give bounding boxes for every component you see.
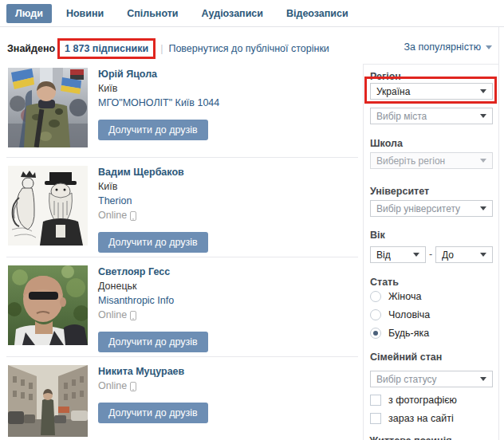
profile-photo[interactable] bbox=[8, 365, 88, 437]
mobile-phone-icon bbox=[130, 382, 136, 391]
top-navigation: Люди Новини Спільноти Аудіозаписи Відеоз… bbox=[0, 0, 504, 27]
online-status: Online bbox=[98, 210, 353, 221]
separator: | bbox=[160, 43, 163, 54]
person-city: Донецьк bbox=[98, 281, 353, 292]
marital-status-select[interactable]: Вибір статусу bbox=[370, 371, 493, 387]
search-filters-sidebar: Регіон Україна Вибір міста Школа Виберіт… bbox=[363, 64, 498, 440]
gender-option-female[interactable]: Жіноча bbox=[370, 291, 421, 302]
person-city: Київ bbox=[98, 84, 353, 94]
with-photo-checkbox[interactable]: з фотографією bbox=[370, 395, 457, 406]
person-name-link[interactable]: Юрій Яцола bbox=[98, 69, 353, 80]
add-friend-button[interactable]: Долучити до друзів bbox=[98, 332, 208, 352]
sort-dropdown[interactable]: За популярністю bbox=[404, 41, 492, 53]
chevron-down-icon bbox=[480, 377, 486, 381]
marital-status-label: Сімейний стан bbox=[370, 352, 442, 363]
city-select[interactable]: Вибір міста bbox=[370, 108, 493, 124]
gender-option-male[interactable]: Чоловіча bbox=[370, 309, 430, 320]
profile-photo[interactable] bbox=[8, 166, 88, 246]
person-affiliation-link[interactable]: Misanthropic Info bbox=[98, 295, 174, 306]
school-region-select[interactable]: Виберіть регіон bbox=[370, 152, 493, 169]
person-name-link[interactable]: Светлояр Гесс bbox=[98, 267, 353, 277]
online-status: Online bbox=[98, 310, 353, 320]
person-affiliation-link[interactable]: МГО"МОНОЛІТ" Київ 1044 bbox=[98, 97, 219, 108]
row-divider bbox=[6, 356, 358, 357]
radio-icon bbox=[370, 309, 381, 320]
subscribers-count-highlighted: 1 873 підписники bbox=[57, 38, 156, 59]
chevron-down-icon bbox=[480, 253, 486, 257]
tab-news[interactable]: Новини bbox=[57, 4, 112, 23]
online-status: Online bbox=[98, 381, 353, 391]
chevron-down-icon bbox=[413, 253, 419, 257]
results-header: Знайдено 1 873 підписники | Повернутися … bbox=[7, 36, 329, 61]
gender-label: Стать bbox=[370, 277, 399, 288]
age-from-select[interactable]: Від bbox=[370, 246, 426, 263]
chevron-down-icon bbox=[480, 89, 486, 93]
person-name-link[interactable]: Вадим Щербаков bbox=[98, 167, 353, 178]
add-friend-button[interactable]: Долучити до друзів bbox=[98, 232, 208, 253]
add-friend-button[interactable]: Долучити до друзів bbox=[98, 120, 208, 140]
tab-audio[interactable]: Аудіозаписи bbox=[193, 4, 272, 23]
mobile-phone-icon bbox=[130, 211, 136, 221]
chevron-down-icon bbox=[486, 45, 492, 49]
checkbox-icon bbox=[370, 413, 381, 424]
age-range-dash: - bbox=[429, 249, 432, 260]
vk-people-search-page: { "nav": { "tabs": [ {"label": "Люди", "… bbox=[0, 0, 504, 440]
sort-label: За популярністю bbox=[404, 41, 481, 53]
person-name-link[interactable]: Никита Муцураев bbox=[98, 367, 353, 377]
content-right-border bbox=[498, 27, 499, 440]
chevron-down-icon bbox=[480, 206, 486, 210]
add-friend-button[interactable]: Долучити до друзів bbox=[98, 403, 208, 423]
checkbox-icon bbox=[370, 395, 381, 406]
person-affiliation-link[interactable]: Therion bbox=[98, 195, 132, 206]
age-label: Вік bbox=[370, 230, 385, 241]
region-country-select[interactable]: Україна bbox=[370, 83, 493, 100]
found-label: Знайдено bbox=[7, 43, 55, 54]
row-divider bbox=[6, 157, 358, 158]
person-city: Київ bbox=[98, 182, 353, 192]
radio-checked-icon bbox=[370, 328, 381, 339]
radio-icon bbox=[370, 291, 381, 302]
tab-people[interactable]: Люди bbox=[6, 4, 52, 23]
age-to-select[interactable]: До bbox=[435, 246, 493, 263]
tab-video[interactable]: Відеозаписи bbox=[278, 4, 357, 23]
gender-option-any[interactable]: Будь-яка bbox=[370, 328, 429, 339]
university-select[interactable]: Вибір університету bbox=[370, 200, 493, 217]
chevron-down-icon bbox=[480, 114, 486, 118]
online-now-checkbox[interactable]: зараз на сайті bbox=[370, 413, 454, 424]
next-filter-section-label: Життєва позиція bbox=[369, 435, 451, 440]
university-label: Університет bbox=[370, 186, 429, 197]
school-label: Школа bbox=[370, 138, 403, 149]
chevron-down-icon bbox=[480, 159, 486, 163]
profile-photo[interactable] bbox=[8, 68, 88, 147]
region-label: Регіон bbox=[370, 71, 401, 82]
back-to-public-page-link[interactable]: Повернутися до публічної сторінки bbox=[168, 43, 329, 54]
profile-photo[interactable] bbox=[8, 265, 88, 345]
mobile-phone-icon bbox=[130, 311, 136, 320]
row-divider bbox=[6, 257, 358, 257]
tab-communities[interactable]: Спільноти bbox=[118, 4, 187, 23]
